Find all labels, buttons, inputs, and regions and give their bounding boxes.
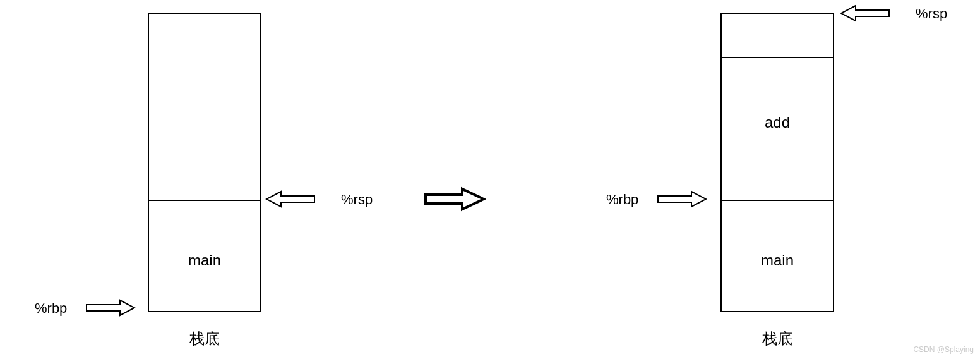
left-frame-main-label: main [149, 252, 260, 269]
right-rbp-label: %rbp [606, 192, 638, 208]
left-rbp-label: %rbp [35, 300, 67, 317]
arrow-left-icon [265, 190, 316, 209]
right-bottom-label: 栈底 [762, 329, 792, 349]
arrow-right-icon [657, 190, 707, 209]
left-stack: main [148, 13, 261, 312]
right-frame-main-label: main [722, 252, 833, 269]
arrow-left-icon [840, 4, 890, 23]
right-stack-divider-2 [722, 200, 833, 201]
right-frame-add-label: add [722, 114, 833, 131]
right-stack: add main [720, 13, 834, 312]
transition-arrow-icon [423, 186, 486, 212]
arrow-right-icon [85, 298, 136, 317]
left-bottom-label: 栈底 [189, 329, 220, 349]
right-stack-divider-1 [722, 57, 833, 58]
left-stack-divider [149, 200, 260, 201]
left-rsp-label: %rsp [341, 192, 373, 208]
right-rsp-label: %rsp [916, 6, 947, 22]
watermark: CSDN @Splaying [913, 345, 974, 354]
